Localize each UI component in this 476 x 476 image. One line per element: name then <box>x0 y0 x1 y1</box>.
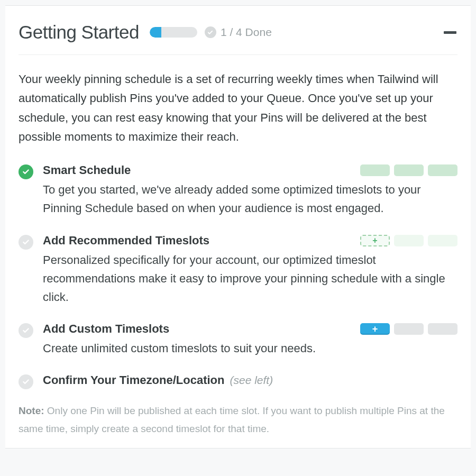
timeslot-chip <box>428 235 457 246</box>
timeslot-chip <box>428 164 457 176</box>
intro-text: Your weekly pinning schedule is a set of… <box>19 70 457 147</box>
timeslot-chip <box>360 164 390 176</box>
panel-header: Getting Started 1 / 4 Done <box>19 22 457 55</box>
step-title: Add Recommended Timeslots <box>43 234 209 248</box>
progress-check-icon <box>205 26 216 38</box>
note-text: Note: Only one Pin will be published at … <box>19 402 457 437</box>
step-body: Add Custom Timeslots + Create unlimited … <box>43 322 457 358</box>
minus-icon <box>444 31 456 34</box>
progress-fill <box>150 27 162 38</box>
step-add-recommended: Add Recommended Timeslots + Personalized… <box>19 234 457 307</box>
check-circle-todo-icon <box>19 374 33 389</box>
timeslot-chip <box>394 235 424 246</box>
getting-started-panel: Getting Started 1 / 4 Done Your weekly p… <box>5 5 471 448</box>
progress-label: 1 / 4 Done <box>221 26 272 39</box>
step-desc: To get you started, we've already added … <box>43 180 457 217</box>
step-head: Add Custom Timeslots + <box>43 322 457 336</box>
step-title: Confirm Your Timezone/Location <box>43 373 224 387</box>
timeslot-chips: + <box>360 235 457 246</box>
timeslot-chip <box>428 323 457 335</box>
add-custom-chip[interactable]: + <box>360 323 390 335</box>
step-head: Add Recommended Timeslots + <box>43 234 457 248</box>
step-smart-schedule: Smart Schedule To get you started, we've… <box>19 163 457 217</box>
timeslot-chip <box>394 164 424 176</box>
step-body: Add Recommended Timeslots + Personalized… <box>43 234 457 307</box>
timeslot-chip <box>394 323 424 335</box>
panel-title: Getting Started <box>19 22 139 43</box>
step-desc: Create unlimited custom timeslots to sui… <box>43 339 457 358</box>
check-circle-done-icon <box>19 164 33 179</box>
step-body: Smart Schedule To get you started, we've… <box>43 163 457 217</box>
step-head: Confirm Your Timezone/Location (see left… <box>43 373 457 387</box>
step-confirm-timezone: Confirm Your Timezone/Location (see left… <box>19 373 457 389</box>
progress-bar <box>150 27 197 38</box>
add-recommended-chip[interactable]: + <box>360 235 390 246</box>
note-label: Note: <box>19 405 44 416</box>
timeslot-chips: + <box>360 323 457 335</box>
check-circle-todo-icon <box>19 235 33 250</box>
step-head: Smart Schedule <box>43 163 457 177</box>
check-circle-todo-icon <box>19 323 33 338</box>
step-title: Smart Schedule <box>43 163 131 177</box>
step-title: Add Custom Timeslots <box>43 322 169 336</box>
timeslot-chips <box>360 164 457 176</box>
step-desc: Personalized specifically for your accou… <box>43 251 457 307</box>
step-hint: (see left) <box>230 374 273 387</box>
collapse-button[interactable] <box>443 25 457 40</box>
step-body: Confirm Your Timezone/Location (see left… <box>43 373 457 387</box>
step-add-custom: Add Custom Timeslots + Create unlimited … <box>19 322 457 358</box>
note-body: Only one Pin will be published at each t… <box>19 405 445 434</box>
